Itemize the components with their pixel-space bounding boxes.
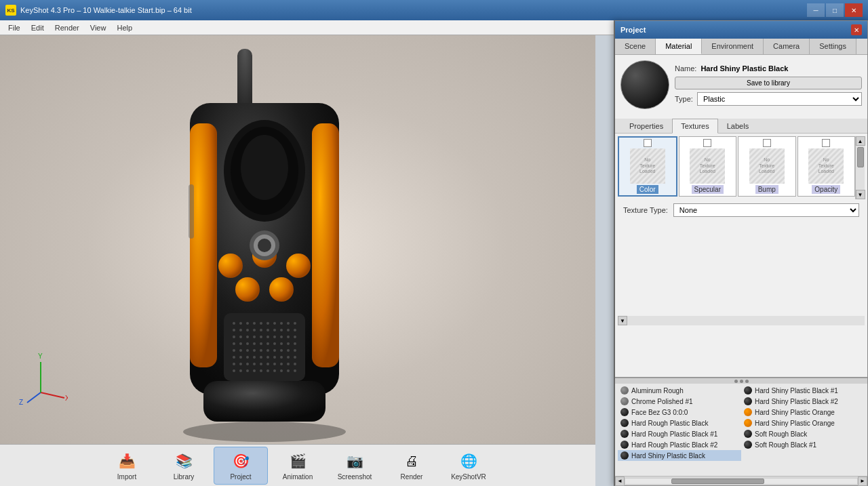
menu-render[interactable]: Render <box>50 22 85 33</box>
material-row-hard-rough-black-1[interactable]: Hard Rough Plastic Black #1 <box>618 428 741 439</box>
svg-point-81 <box>267 363 269 365</box>
svg-point-75 <box>294 356 296 359</box>
svg-point-87 <box>239 369 242 372</box>
material-row-hard-shiny-black-2[interactable]: Hard Shiny Plastic Black #2 <box>741 396 865 407</box>
tab-textures[interactable]: Textures <box>672 119 718 134</box>
texture-slot-color[interactable]: NoTextureLoaded Color <box>618 136 677 197</box>
project-button[interactable]: 🎯 Project <box>214 447 268 485</box>
import-button[interactable]: 📥 Import <box>100 447 154 485</box>
svg-point-92 <box>273 369 276 372</box>
texture-slot-specular[interactable]: NoTextureLoaded Specular <box>679 136 737 197</box>
maximize-button[interactable]: □ <box>826 3 844 17</box>
svg-point-31 <box>267 329 269 331</box>
svg-point-46 <box>233 342 235 345</box>
svg-point-91 <box>267 369 269 372</box>
scroll-track[interactable] <box>625 478 858 485</box>
scroll-down-small[interactable]: ▼ <box>618 316 627 325</box>
svg-point-73 <box>280 356 283 359</box>
viewport-3d[interactable]: Z X Y <box>0 35 595 453</box>
svg-point-52 <box>273 342 276 345</box>
mat-ball-hard-shiny-black-2 <box>744 397 752 405</box>
minimize-button[interactable]: ─ <box>807 3 825 17</box>
mat-ball-hard-shiny-orange-2 <box>744 419 752 427</box>
mat-ball-chrome-polished <box>620 397 629 405</box>
scroll-right-arrow[interactable]: ► <box>858 477 867 486</box>
menu-edit[interactable]: Edit <box>26 22 50 33</box>
close-button[interactable]: ✕ <box>845 3 863 17</box>
material-row-hard-rough-black-2[interactable]: Hard Rough Plastic Black #2 <box>618 439 741 450</box>
svg-point-7 <box>218 254 243 278</box>
texture-slot-opacity[interactable]: NoTextureLoaded Opacity <box>797 136 856 197</box>
tab-labels[interactable]: Labels <box>718 119 757 133</box>
tab-properties[interactable]: Properties <box>620 119 672 133</box>
svg-point-10 <box>235 277 260 302</box>
materials-list-header <box>615 378 867 384</box>
texture-slot-bump[interactable]: NoTextureLoaded Bump <box>738 136 796 197</box>
svg-point-9 <box>286 254 311 278</box>
color-label: Color <box>637 185 658 194</box>
bump-preview: NoTextureLoaded <box>749 148 785 184</box>
mat-label-hard-shiny-orange: Hard Shiny Plastic Orange <box>755 409 835 416</box>
tab-camera[interactable]: Camera <box>764 39 810 54</box>
save-to-library-button[interactable]: Save to library <box>675 77 862 89</box>
svg-rect-98 <box>189 184 194 239</box>
opacity-preview: NoTextureLoaded <box>808 148 844 184</box>
material-row-hard-shiny-orange-2[interactable]: Hard Shiny Plastic Orange <box>741 418 865 428</box>
material-row-hard-shiny-orange[interactable]: Hard Shiny Plastic Orange <box>741 407 865 418</box>
tab-environment[interactable]: Environment <box>702 39 764 54</box>
import-icon: 📥 <box>116 450 138 472</box>
texture-scrollbar[interactable]: ▲ ▼ <box>855 136 865 199</box>
tab-scene[interactable]: Scene <box>615 39 656 54</box>
texture-type-select[interactable]: None <box>673 203 859 217</box>
render-label: Render <box>401 473 423 481</box>
svg-point-54 <box>287 342 290 345</box>
scroll-left-arrow[interactable]: ◄ <box>615 477 625 486</box>
material-row-hard-shiny-black-1[interactable]: Hard Shiny Plastic Black #1 <box>741 385 865 396</box>
mat-ball-hard-rough-black-1 <box>620 430 629 438</box>
svg-point-34 <box>287 329 290 331</box>
tab-material[interactable]: Material <box>656 39 702 54</box>
material-row-face-bez[interactable]: Face Bez G3 0:0:0 <box>618 407 741 418</box>
mat-ball-hard-shiny-orange <box>744 408 752 416</box>
library-button[interactable]: 📚 Library <box>157 447 211 485</box>
screenshot-button[interactable]: 📷 Screenshot <box>328 447 382 485</box>
svg-point-32 <box>273 329 276 331</box>
tab-settings[interactable]: Settings <box>810 39 856 54</box>
animation-button[interactable]: 🎬 Animation <box>271 447 325 485</box>
project-close-button[interactable]: ✕ <box>851 24 862 35</box>
dot-3 <box>745 380 749 383</box>
specular-label: Specular <box>692 185 724 194</box>
animation-label: Animation <box>283 473 313 481</box>
menu-file[interactable]: File <box>3 22 26 33</box>
material-row-hard-rough-black[interactable]: Hard Rough Plastic Black <box>618 418 741 428</box>
material-row-aluminum-rough[interactable]: Aluminum Rough <box>618 385 741 396</box>
mat-ball-hard-rough-black <box>620 419 629 427</box>
svg-point-57 <box>239 349 242 352</box>
specular-checkbox[interactable] <box>703 139 711 147</box>
material-row-chrome-polished[interactable]: Chrome Polished #1 <box>618 396 741 407</box>
bump-label: Bump <box>755 185 778 194</box>
svg-point-60 <box>260 349 262 352</box>
svg-point-51 <box>267 342 269 345</box>
keyshotvr-button[interactable]: 🌐 KeyShotVR <box>441 447 496 485</box>
material-row-soft-rough-black-1[interactable]: Soft Rough Black #1 <box>741 439 865 450</box>
scroll-down-arrow[interactable]: ▼ <box>856 190 865 199</box>
scroll-thumb-h[interactable] <box>671 479 764 484</box>
opacity-checkbox[interactable] <box>822 139 830 147</box>
menu-view[interactable]: View <box>85 22 112 33</box>
app-title: KeyShot 4.3 Pro – 10 Walkie-talkie Start… <box>20 6 807 14</box>
svg-point-44 <box>287 336 290 338</box>
menu-help[interactable]: Help <box>111 22 138 33</box>
type-row: Type: Plastic <box>675 92 862 106</box>
material-section: Name: Hard Shiny Plastic Black Save to l… <box>615 55 867 119</box>
material-row-soft-rough-black[interactable]: Soft Rough Black <box>741 428 865 439</box>
material-row-hard-shiny-black[interactable]: Hard Shiny Plastic Black <box>618 450 741 461</box>
scroll-thumb[interactable] <box>857 147 864 167</box>
bottom-toolbar: 📥 Import 📚 Library 🎯 Project 🎬 Animation… <box>0 444 595 486</box>
header-dots <box>734 380 749 383</box>
bump-checkbox[interactable] <box>763 139 771 147</box>
type-select[interactable]: Plastic <box>697 92 862 106</box>
scroll-up-arrow[interactable]: ▲ <box>856 136 865 146</box>
render-button[interactable]: 🖨 Render <box>384 447 439 485</box>
color-checkbox[interactable] <box>644 139 652 147</box>
